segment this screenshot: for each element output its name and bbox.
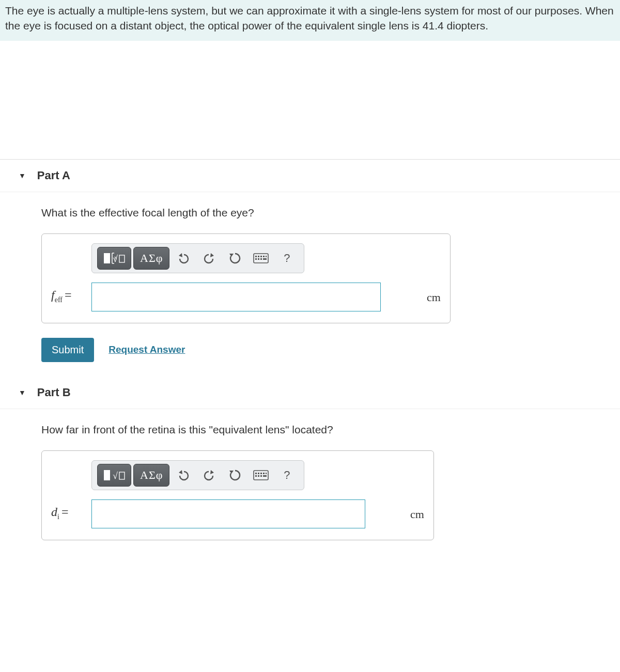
svg-rect-14: [104, 470, 110, 480]
part-b-toolbar: √ ΑΣφ ?: [91, 460, 304, 490]
part-a-body: What is the effective focal length of th…: [0, 192, 620, 377]
svg-rect-5: [255, 256, 257, 257]
svg-rect-0: [104, 253, 110, 263]
caret-down-icon: ▼: [19, 388, 26, 397]
spacer: [0, 41, 620, 160]
svg-rect-6: [258, 256, 259, 257]
part-b-question: How far in front of the retina is this "…: [41, 424, 620, 436]
svg-rect-24: [258, 475, 259, 477]
part-a-header[interactable]: ▼ Part A: [0, 160, 620, 192]
svg-rect-12: [260, 258, 262, 260]
svg-rect-23: [255, 475, 257, 477]
svg-rect-25: [260, 475, 262, 477]
svg-rect-20: [260, 473, 262, 474]
undo-icon[interactable]: [172, 464, 195, 487]
svg-rect-8: [263, 256, 265, 257]
help-icon[interactable]: ?: [275, 464, 299, 487]
svg-text:√: √: [113, 254, 118, 264]
svg-rect-13: [263, 258, 267, 260]
part-a-title: Part A: [37, 169, 70, 182]
keyboard-icon[interactable]: [249, 464, 273, 487]
svg-text:√: √: [113, 471, 118, 481]
svg-rect-19: [258, 473, 259, 474]
problem-intro: The eye is actually a multiple-lens syst…: [0, 0, 620, 41]
request-answer-link[interactable]: Request Answer: [109, 344, 185, 355]
part-a-variable-label: feff=: [51, 288, 91, 311]
svg-rect-3: [119, 255, 125, 262]
svg-rect-26: [263, 475, 267, 477]
svg-rect-16: [119, 472, 125, 479]
svg-rect-21: [263, 473, 265, 474]
undo-icon[interactable]: [172, 247, 195, 270]
part-b-variable-label: di=: [51, 505, 91, 528]
svg-rect-10: [255, 258, 257, 260]
greek-symbols-button[interactable]: ΑΣφ: [133, 247, 169, 270]
part-a-unit: cm: [414, 291, 441, 311]
svg-rect-22: [266, 473, 267, 474]
caret-down-icon: ▼: [19, 171, 26, 180]
part-b-header[interactable]: ▼ Part B: [0, 377, 620, 409]
reset-icon[interactable]: [223, 247, 247, 270]
reset-icon[interactable]: [223, 464, 247, 487]
part-a-answer-frame: feff= x √ ΑΣφ: [41, 233, 451, 323]
part-b-answer-input[interactable]: [91, 499, 365, 528]
submit-button[interactable]: Submit: [41, 338, 94, 362]
part-a-toolbar: x √ ΑΣφ: [91, 243, 304, 273]
svg-rect-9: [266, 256, 267, 257]
greek-symbols-button[interactable]: ΑΣφ: [133, 464, 169, 487]
svg-rect-18: [255, 473, 257, 474]
part-b-answer-frame: di= √ ΑΣφ: [41, 450, 434, 540]
svg-rect-11: [258, 258, 259, 260]
svg-rect-7: [260, 256, 262, 257]
part-a-question: What is the effective focal length of th…: [41, 207, 620, 219]
templates-icon[interactable]: x √: [97, 247, 131, 270]
part-b-title: Part B: [37, 386, 71, 399]
redo-icon[interactable]: [197, 464, 221, 487]
keyboard-icon[interactable]: [249, 247, 273, 270]
part-a-answer-input[interactable]: [91, 283, 381, 311]
templates-icon[interactable]: √: [97, 464, 131, 487]
part-b-unit: cm: [398, 508, 424, 528]
redo-icon[interactable]: [197, 247, 221, 270]
part-b-body: How far in front of the retina is this "…: [0, 409, 620, 555]
help-icon[interactable]: ?: [275, 247, 299, 270]
